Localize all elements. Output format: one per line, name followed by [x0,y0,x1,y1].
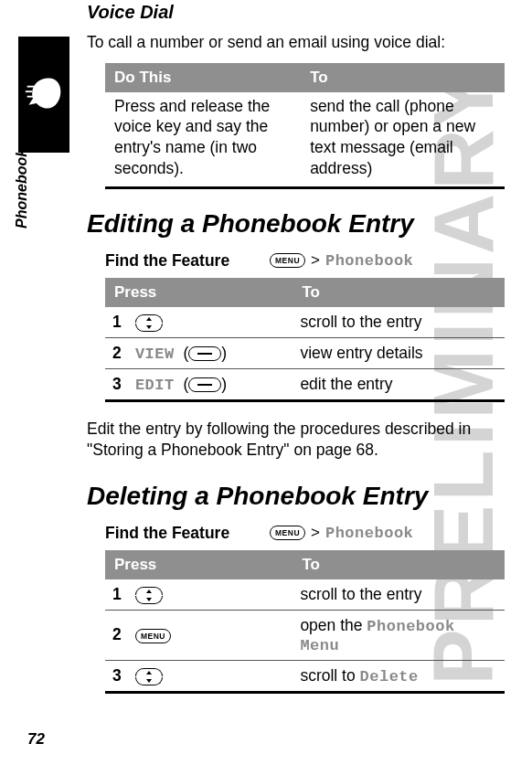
menu-key-icon: MENU [135,629,171,643]
table-cell: 3 [105,660,293,692]
softkey-label: EDIT [135,377,175,394]
greater-than-icon: > [309,251,322,270]
table-header: To [293,550,505,579]
editing-followup-text: Edit the entry by following the procedur… [87,419,505,462]
step-number: 3 [112,375,131,394]
table-header: To [301,63,505,92]
table-header: To [293,278,505,307]
table-cell: scroll to the entry [293,307,505,338]
step-number: 3 [112,666,131,685]
table-cell: Press and release the voice key and say … [105,92,301,188]
table-cell: 1 [105,307,293,338]
table-row: 3 EDIT () edit the entry [105,368,505,400]
to-text: open the [300,616,367,634]
find-feature-label: Find the Feature [105,524,270,543]
table-row: 2 MENU open the Phonebook Menu [105,610,505,660]
table-header: Press [105,550,293,579]
greater-than-icon: > [309,524,322,542]
menu-key-icon: MENU [270,526,305,540]
scroll-key-icon [135,668,163,685]
find-feature-row: Find the Feature MENU > Phonebook [105,251,505,271]
table-cell: scroll to the entry [293,579,505,611]
table-row: 1 scroll to the entry [105,307,505,338]
step-number: 1 [112,585,131,604]
table-cell: open the Phonebook Menu [293,610,505,660]
table-cell: 2 MENU [105,610,293,660]
table-header: Press [105,278,293,307]
editing-heading: Editing a Phonebook Entry [87,209,505,239]
table-cell: 3 EDIT () [105,368,293,400]
softkey-icon [188,377,221,392]
table-cell: 2 VIEW () [105,337,293,368]
to-mono-text: Delete [360,668,419,685]
telephone-icon [24,73,64,113]
find-target-text: Phonebook [325,252,413,270]
softkey-icon [188,346,221,361]
voice-dial-intro: To call a number or send an email using … [87,32,505,54]
table-row: 2 VIEW () view entry details [105,337,505,368]
voice-dial-heading: Voice Dial [87,2,505,23]
table-row: 3 scroll to Delete [105,660,505,692]
table-cell: view entry details [293,337,505,368]
scroll-key-icon [135,587,163,604]
scroll-key-icon [135,314,163,332]
find-feature-label: Find the Feature [105,251,270,271]
menu-key-icon: MENU [270,253,305,268]
step-number: 2 [112,344,131,363]
table-cell: edit the entry [293,368,505,400]
page-number: 72 [27,730,45,749]
deleting-press-table: Press To 1 scroll to the entry [105,550,505,694]
table-row: Press and release the voice key and say … [105,92,505,188]
find-target-text: Phonebook [325,525,413,542]
section-icon-wrap [18,37,73,155]
editing-press-table: Press To 1 scroll to the entry [105,278,505,402]
voice-dial-table: Do This To Press and release the voice k… [105,63,505,189]
section-tab-label: Phonebook [14,149,30,228]
find-feature-row: Find the Feature MENU > Phonebook [105,524,505,543]
softkey-label: VIEW [135,345,175,363]
deleting-heading: Deleting a Phonebook Entry [87,482,505,511]
step-number: 2 [112,625,131,644]
table-header: Do This [105,63,301,92]
to-text: scroll to [300,666,359,685]
table-cell: scroll to Delete [293,660,505,692]
table-cell: 1 [105,579,293,611]
table-row: 1 scroll to the entry [105,579,505,611]
step-number: 1 [112,313,131,332]
table-cell: send the call (phone number) or open a n… [301,92,505,188]
